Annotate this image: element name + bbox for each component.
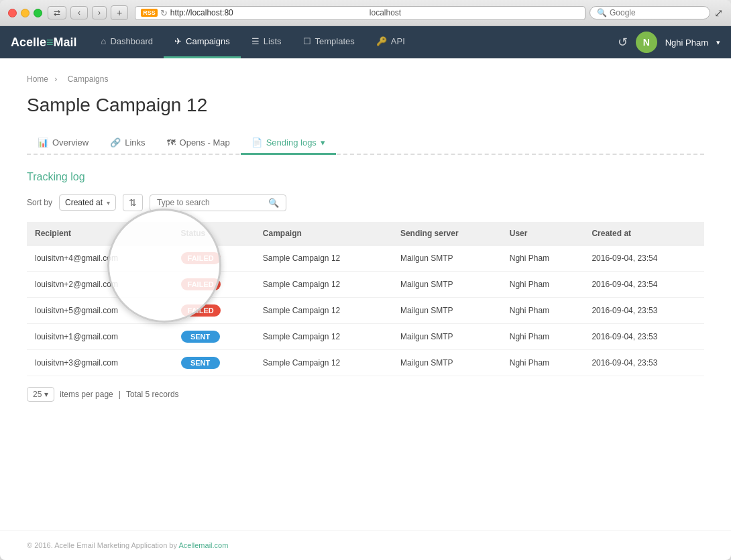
- tab-links[interactable]: 🔗 Links: [99, 132, 156, 155]
- col-campaign: Campaign: [255, 222, 392, 245]
- cell-server: Mailgun SMTP: [392, 245, 502, 272]
- add-tab-button[interactable]: +: [111, 5, 128, 20]
- col-recipient: Recipient: [27, 222, 173, 245]
- search-icon: 🔍: [597, 8, 607, 17]
- browser-search-input[interactable]: [610, 8, 677, 17]
- nav-templates-label: Templates: [315, 36, 355, 46]
- chevron-down-icon: ▾: [107, 199, 110, 207]
- per-page-value: 25: [33, 390, 42, 399]
- table-container: Recipient Status Campaign Sending server…: [27, 222, 704, 376]
- col-status: Status: [173, 222, 255, 245]
- cell-recipient: louisitvn+3@gmail.com: [27, 350, 173, 376]
- nav-templates[interactable]: ☐ Templates: [292, 26, 366, 58]
- history-button[interactable]: ↺: [618, 35, 628, 50]
- per-page-chevron: ▾: [44, 390, 48, 399]
- cell-campaign: Sample Campaign 12: [255, 298, 392, 324]
- table-row: louisitvn+1@gmail.com SENT Sample Campai…: [27, 324, 704, 350]
- footer: © 2016. Acelle Email Marketing Applicati…: [0, 530, 731, 560]
- cell-campaign: Sample Campaign 12: [255, 272, 392, 298]
- section-title: Tracking log: [27, 171, 704, 183]
- key-icon: 🔑: [376, 36, 387, 46]
- user-dropdown-icon[interactable]: ▾: [716, 38, 720, 47]
- logs-icon: 📄: [251, 137, 262, 148]
- tab-opens-map[interactable]: 🗺 Opens - Map: [156, 132, 241, 155]
- page-title: Sample Campaign 12: [27, 95, 704, 116]
- search-container[interactable]: 🔍: [150, 194, 286, 211]
- cell-status: FAILED: [173, 272, 255, 298]
- table-row: louisitvn+3@gmail.com SENT Sample Campai…: [27, 350, 704, 376]
- status-badge: SENT: [181, 357, 220, 369]
- avatar: N: [636, 32, 657, 53]
- home-icon: ⌂: [101, 36, 107, 46]
- nav-campaigns[interactable]: ✈ Campaigns: [164, 26, 241, 58]
- list-icon: ☰: [251, 36, 260, 46]
- chart-icon: 📊: [38, 137, 48, 148]
- forward-button[interactable]: ›: [92, 6, 107, 19]
- link-icon: 🔗: [110, 137, 121, 148]
- maximize-button[interactable]: [34, 9, 42, 17]
- breadcrumb-separator: ›: [54, 74, 57, 84]
- backward-button[interactable]: ‹: [70, 6, 88, 19]
- cell-created-at: 2016-09-04, 23:53: [583, 350, 704, 376]
- breadcrumb-campaigns: Campaigns: [68, 74, 109, 84]
- sort-dropdown[interactable]: Created at ▾: [59, 194, 116, 211]
- col-created-at: Created at: [583, 222, 704, 245]
- footer-link[interactable]: Acellemail.com: [178, 541, 228, 549]
- nav-items: ⌂ Dashboard ✈ Campaigns ☰ Lists ☐ Templa…: [91, 26, 416, 58]
- cell-user: Nghi Pham: [502, 324, 584, 350]
- fullscreen-icon[interactable]: ⤢: [714, 7, 723, 19]
- sort-direction-button[interactable]: ⇅: [123, 194, 143, 211]
- cell-status: FAILED: [173, 298, 255, 324]
- cell-created-at: 2016-09-04, 23:53: [583, 298, 704, 324]
- close-button[interactable]: [8, 9, 17, 17]
- user-name[interactable]: Nghi Pham: [665, 38, 708, 48]
- per-page-select[interactable]: 25 ▾: [27, 387, 54, 402]
- tab-overview-label: Overview: [52, 137, 89, 148]
- search-input[interactable]: [157, 198, 264, 207]
- cell-user: Nghi Pham: [502, 350, 584, 376]
- cell-recipient: louisitvn+5@gmail.com: [27, 298, 173, 324]
- breadcrumb-home[interactable]: Home: [27, 74, 48, 84]
- tab-overview[interactable]: 📊 Overview: [27, 132, 99, 155]
- pagination-bar: 25 ▾ items per page | Total 5 records: [27, 387, 704, 402]
- map-icon: 🗺: [167, 137, 176, 148]
- footer-text: © 2016. Acelle Email Marketing Applicati…: [27, 541, 177, 549]
- status-badge: FAILED: [181, 304, 221, 317]
- send-icon: ✈: [174, 36, 182, 46]
- cell-created-at: 2016-09-04, 23:54: [583, 272, 704, 298]
- cell-campaign: Sample Campaign 12: [255, 245, 392, 272]
- nav-dashboard[interactable]: ⌂ Dashboard: [91, 26, 164, 58]
- nav-api[interactable]: 🔑 API: [366, 26, 416, 58]
- dropdown-icon: ▾: [321, 137, 325, 148]
- refresh-icon[interactable]: ↻: [160, 8, 168, 18]
- cell-server: Mailgun SMTP: [392, 298, 502, 324]
- col-user: User: [502, 222, 584, 245]
- sort-label: Sort by: [27, 198, 52, 207]
- cell-user: Nghi Pham: [502, 245, 584, 272]
- cell-status: SENT: [173, 350, 255, 376]
- tracking-table: Recipient Status Campaign Sending server…: [27, 222, 704, 376]
- table-row: louisitvn+5@gmail.com FAILED Sample Camp…: [27, 298, 704, 324]
- cell-server: Mailgun SMTP: [392, 272, 502, 298]
- nav-campaigns-label: Campaigns: [186, 36, 230, 46]
- cell-server: Mailgun SMTP: [392, 350, 502, 376]
- cell-created-at: 2016-09-04, 23:54: [583, 245, 704, 272]
- nav-api-label: API: [391, 36, 405, 46]
- sort-field-label: Created at: [65, 198, 103, 207]
- status-badge: FAILED: [181, 278, 221, 290]
- tab-sending-logs[interactable]: 📄 Sending logs ▾: [241, 132, 336, 155]
- breadcrumb: Home › Campaigns: [27, 74, 704, 84]
- tab-opens-map-label: Opens - Map: [180, 137, 230, 148]
- minimize-button[interactable]: [21, 9, 30, 17]
- address-bar[interactable]: RSS ↻ http://localhost:80: [135, 6, 585, 20]
- cell-recipient: louisitvn+1@gmail.com: [27, 324, 173, 350]
- search-icon: 🔍: [268, 198, 279, 208]
- nav-lists[interactable]: ☰ Lists: [241, 26, 292, 58]
- table-row: louisitvn+4@gmail.com FAILED Sample Camp…: [27, 245, 704, 272]
- status-badge: FAILED: [181, 252, 221, 264]
- cell-campaign: Sample Campaign 12: [255, 350, 392, 376]
- back-button[interactable]: ⇄: [48, 6, 66, 19]
- browser-search[interactable]: 🔍: [589, 6, 710, 19]
- nav-dashboard-label: Dashboard: [110, 36, 153, 46]
- cell-server: Mailgun SMTP: [392, 324, 502, 350]
